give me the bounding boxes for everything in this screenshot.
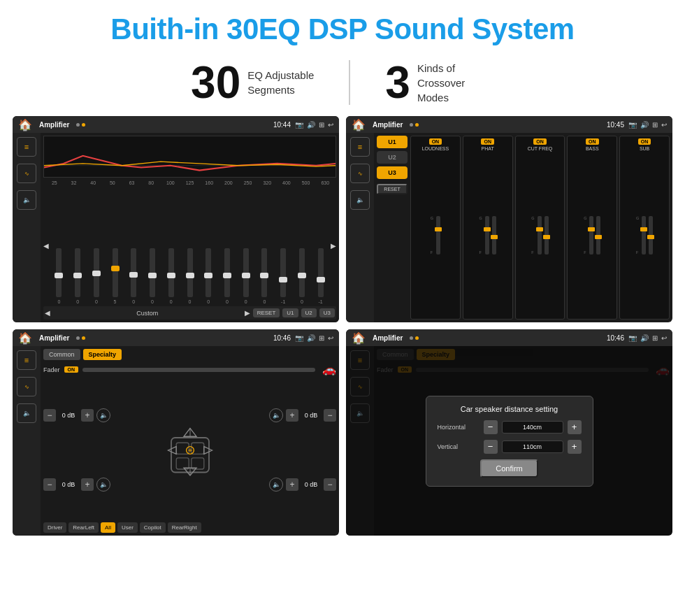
fader-slider[interactable] [82,368,315,372]
eq-speaker-icon[interactable]: 🔈 [17,190,36,210]
band-thumb-3[interactable] [588,227,595,231]
band-slider-v-4[interactable] [642,216,646,255]
eq-next-arrow[interactable]: ▶ [245,309,250,317]
eq-slider-track[interactable] [280,248,286,297]
band-toggle-1[interactable]: ON [481,138,494,145]
eq-slider-track[interactable] [150,248,155,297]
rl-minus[interactable]: − [43,478,56,491]
rr-minus[interactable]: − [324,478,336,491]
eq-slider-thumb[interactable] [242,273,250,278]
home-icon-2[interactable]: 🏠 [352,118,366,131]
band-thumb2-4[interactable] [647,235,654,239]
eq-slider-thumb[interactable] [223,273,231,278]
fr-minus[interactable]: − [324,409,336,422]
band-toggle-4[interactable]: ON [638,138,651,145]
cross-tune-icon[interactable]: ≡ [350,137,370,157]
band-toggle-2[interactable]: ON [533,138,547,145]
eq-u3-btn[interactable]: U3 [319,308,335,317]
back-icon-3[interactable]: ↩ [328,334,333,342]
band-thumb-4[interactable] [640,227,647,231]
eq-slider-thumb[interactable] [279,277,287,282]
eq-tune-icon[interactable]: ≡ [17,137,36,157]
eq-slider-track[interactable] [187,248,193,297]
spk-speaker-icon[interactable]: 🔈 [17,403,36,423]
eq-slider-thumb[interactable] [298,273,306,278]
fr-plus[interactable]: + [286,409,298,422]
band-thumb2-2[interactable] [543,235,550,239]
band-slider-v2-2[interactable] [545,216,549,255]
eq-slider-track[interactable] [261,248,267,297]
band-toggle-0[interactable]: ON [429,138,442,145]
eq-arrow-right[interactable]: ▶ [331,242,336,250]
eq-slider-track[interactable] [131,248,136,297]
band-thumb2-3[interactable] [595,235,602,239]
eq-slider-thumb[interactable] [73,273,82,278]
eq-slider-thumb[interactable] [186,273,194,278]
dialog-h-minus[interactable]: − [484,420,498,434]
band-thumb-0[interactable] [435,227,442,231]
tab-specialty[interactable]: Specialty [83,349,122,360]
eq-prev-arrow[interactable]: ◀ [45,309,50,317]
eq-slider-thumb[interactable] [92,271,101,276]
back-icon-4[interactable]: ↩ [661,334,667,342]
home-icon-4[interactable]: 🏠 [352,331,366,345]
spk-wave-icon[interactable]: ∿ [17,377,36,396]
confirm-button[interactable]: Confirm [480,459,538,478]
rl-plus[interactable]: + [81,478,94,491]
eq-slider-thumb[interactable] [317,277,325,282]
eq-slider-track[interactable] [243,248,249,297]
band-slider-v-0[interactable] [436,216,440,255]
eq-arrow-left[interactable]: ◀ [43,242,49,250]
band-slider-v2-1[interactable] [492,216,496,255]
eq-slider-thumb[interactable] [55,273,63,278]
dialog-v-minus[interactable]: − [484,440,498,454]
band-slider-v-1[interactable] [485,216,489,255]
preset-u1[interactable]: U1 [377,136,408,148]
cross-reset-btn[interactable]: RESET [377,184,408,194]
dialog-h-plus[interactable]: + [568,420,582,434]
eq-slider-thumb[interactable] [111,266,120,271]
band-slider-v2-3[interactable] [596,216,600,255]
fl-plus[interactable]: + [81,409,94,422]
btn-rearleft[interactable]: RearLeft [68,522,99,533]
eq-slider-track[interactable] [113,248,118,297]
dialog-v-plus[interactable]: + [568,440,582,454]
back-icon-2[interactable]: ↩ [661,121,667,129]
eq-slider-track[interactable] [94,248,99,297]
spk-tune-icon[interactable]: ≡ [17,350,36,370]
eq-slider-track[interactable] [224,248,230,297]
back-icon-1[interactable]: ↩ [328,121,333,129]
eq-slider-track[interactable] [75,248,80,297]
eq-slider-track[interactable] [168,248,174,297]
eq-slider-track[interactable] [299,248,305,297]
band-slider-v2-4[interactable] [649,216,653,255]
btn-driver[interactable]: Driver [43,522,66,533]
band-toggle-3[interactable]: ON [586,138,599,145]
btn-all[interactable]: All [101,522,115,533]
preset-u3[interactable]: U3 [377,166,408,179]
eq-slider-track[interactable] [318,248,324,297]
btn-rearright[interactable]: RearRight [168,522,201,533]
eq-slider-thumb[interactable] [167,273,175,278]
cross-speaker-icon[interactable]: 🔈 [350,190,370,210]
eq-slider-thumb[interactable] [204,273,212,278]
band-slider-v-3[interactable] [589,216,593,255]
eq-slider-thumb[interactable] [148,273,157,278]
eq-slider-thumb[interactable] [260,273,268,278]
btn-copilot[interactable]: Copilot [140,522,166,533]
eq-slider-track[interactable] [206,248,211,297]
home-icon-3[interactable]: 🏠 [18,331,32,345]
band-thumb-1[interactable] [484,227,491,231]
cross-wave-icon[interactable]: ∿ [350,164,370,183]
eq-reset-btn[interactable]: RESET [253,308,280,317]
preset-u2[interactable]: U2 [377,151,408,164]
eq-u2-btn[interactable]: U2 [301,308,317,317]
fader-on-btn[interactable]: ON [64,366,79,373]
home-icon-1[interactable]: 🏠 [18,118,32,131]
band-thumb-2[interactable] [536,227,543,231]
eq-slider-track[interactable] [56,248,62,297]
band-thumb2-1[interactable] [491,235,498,239]
rr-plus[interactable]: + [286,478,298,491]
fl-minus[interactable]: − [43,409,56,422]
btn-user[interactable]: User [117,522,138,533]
